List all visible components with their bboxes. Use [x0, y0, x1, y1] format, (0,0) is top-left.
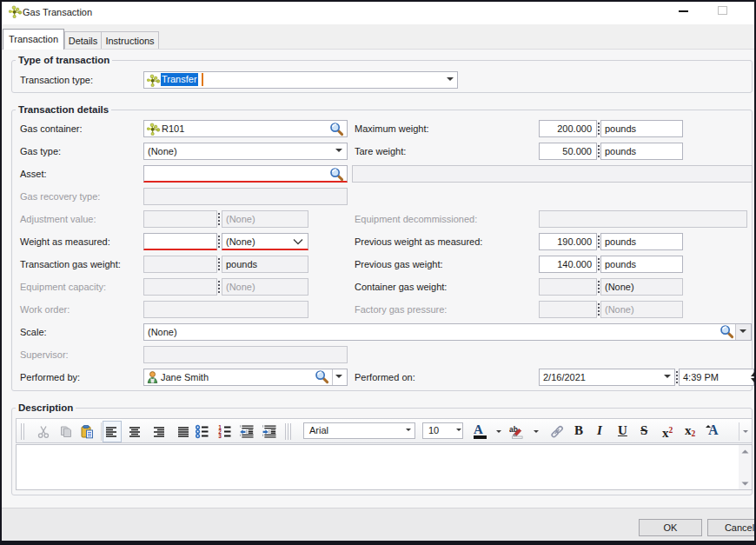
svg-text:3: 3 [218, 433, 222, 439]
